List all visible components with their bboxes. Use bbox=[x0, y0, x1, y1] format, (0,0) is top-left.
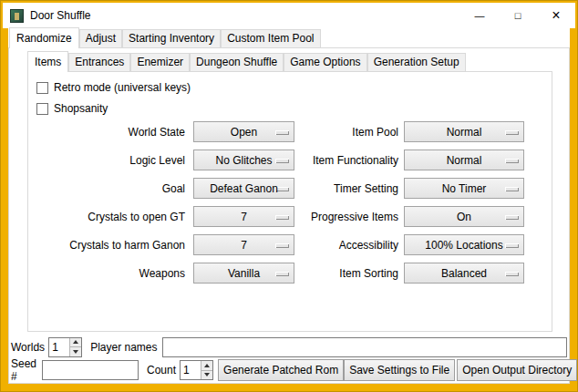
tab-generation-setup[interactable]: Generation Setup bbox=[367, 53, 466, 71]
dropdown-indicator-icon bbox=[275, 159, 289, 163]
app-window: Door Shuffle — □ × Randomize Adjust Star… bbox=[0, 0, 578, 392]
player-names-label: Player names bbox=[90, 341, 157, 354]
timer-setting-dropdown[interactable]: No Timer bbox=[404, 178, 524, 199]
tab-game-options[interactable]: Game Options bbox=[284, 53, 366, 71]
dropdown-indicator-icon bbox=[275, 243, 289, 248]
seed-row: Seed # Count Generate Patched Rom Save S… bbox=[11, 359, 567, 381]
weapons-dropdown[interactable]: Vanilla bbox=[193, 263, 294, 284]
option-row: Goal Defeat Ganon Timer Setting No Timer bbox=[28, 174, 552, 202]
crystals-harm-ganon-value: 7 bbox=[241, 239, 247, 252]
dropdown-indicator-icon bbox=[505, 130, 519, 135]
item-sorting-value: Balanced bbox=[441, 267, 487, 280]
tab-dungeon-shuffle[interactable]: Dungeon Shuffle bbox=[190, 53, 284, 71]
seed-label: Seed # bbox=[11, 357, 36, 383]
player-names-input[interactable] bbox=[162, 337, 568, 357]
tab-entrances-label: Entrances bbox=[75, 56, 124, 68]
weapons-label: Weapons bbox=[28, 267, 193, 280]
count-spin-arrows bbox=[201, 361, 212, 379]
retro-mode-checkbox[interactable] bbox=[36, 82, 48, 94]
spin-down-button[interactable] bbox=[201, 371, 212, 380]
spin-up-icon bbox=[73, 340, 78, 344]
spin-up-icon bbox=[204, 364, 210, 367]
tab-dungeon-shuffle-label: Dungeon Shuffle bbox=[196, 56, 277, 68]
options-grid: World State Open Item Pool Normal Logic … bbox=[28, 118, 552, 287]
progressive-items-value: On bbox=[457, 211, 471, 223]
inner-tab-bar: Items Entrances Enemizer Dungeon Shuffle… bbox=[27, 52, 466, 71]
tab-starting-inventory[interactable]: Starting Inventory bbox=[122, 29, 221, 47]
item-pool-label: Item Pool bbox=[294, 126, 404, 139]
goal-dropdown[interactable]: Defeat Ganon bbox=[193, 178, 294, 199]
dropdown-indicator-icon bbox=[505, 187, 519, 191]
crystals-open-gt-dropdown[interactable]: 7 bbox=[193, 206, 294, 227]
tab-adjust-label: Adjust bbox=[86, 32, 116, 45]
item-sorting-dropdown[interactable]: Balanced bbox=[404, 263, 524, 284]
maximize-button[interactable]: □ bbox=[499, 3, 537, 28]
crystals-harm-ganon-dropdown[interactable]: 7 bbox=[193, 234, 294, 255]
progressive-items-label: Progressive Items bbox=[294, 211, 404, 223]
tab-randomize[interactable]: Randomize bbox=[9, 27, 79, 48]
item-pool-dropdown[interactable]: Normal bbox=[404, 121, 524, 142]
tab-adjust[interactable]: Adjust bbox=[79, 29, 122, 47]
timer-setting-value: No Timer bbox=[442, 182, 487, 195]
close-button[interactable]: × bbox=[537, 3, 575, 28]
tab-items-label: Items bbox=[35, 56, 61, 68]
progressive-items-dropdown[interactable]: On bbox=[404, 206, 524, 227]
worlds-input[interactable] bbox=[49, 338, 69, 356]
minimize-icon: — bbox=[475, 10, 485, 21]
spin-up-button[interactable] bbox=[70, 338, 81, 348]
tab-enemizer-label: Enemizer bbox=[137, 56, 183, 68]
tab-items[interactable]: Items bbox=[27, 51, 68, 72]
logic-level-dropdown[interactable]: No Glitches bbox=[193, 150, 294, 170]
world-state-dropdown[interactable]: Open bbox=[193, 121, 294, 142]
count-input[interactable] bbox=[181, 361, 201, 379]
tab-custom-item-pool[interactable]: Custom Item Pool bbox=[221, 29, 320, 47]
count-spinbox[interactable] bbox=[180, 360, 213, 380]
logic-level-value: No Glitches bbox=[215, 154, 272, 167]
option-row: Logic Level No Glitches Item Functionali… bbox=[28, 146, 552, 174]
shopsanity-checkbox[interactable] bbox=[36, 103, 48, 115]
minimize-button[interactable]: — bbox=[460, 3, 499, 28]
shopsanity-row: Shopsanity bbox=[36, 102, 552, 115]
option-row: Crystals to open GT 7 Progressive Items … bbox=[28, 202, 552, 231]
close-icon: × bbox=[552, 7, 560, 24]
retro-mode-label: Retro mode (universal keys) bbox=[54, 81, 191, 94]
seed-input[interactable] bbox=[42, 360, 139, 380]
accessibility-label: Accessibility bbox=[294, 239, 404, 252]
app-icon bbox=[10, 9, 24, 23]
maximize-icon: □ bbox=[515, 10, 521, 21]
option-row: Crystals to harm Ganon 7 Accessibility 1… bbox=[28, 231, 552, 259]
worlds-spinbox[interactable] bbox=[48, 337, 82, 357]
dropdown-indicator-icon bbox=[275, 215, 289, 220]
retro-mode-row: Retro mode (universal keys) bbox=[36, 81, 552, 94]
tab-game-options-label: Game Options bbox=[290, 56, 360, 68]
outer-tab-bar: Randomize Adjust Starting Inventory Cust… bbox=[9, 28, 321, 47]
item-pool-value: Normal bbox=[447, 126, 482, 139]
dropdown-indicator-icon bbox=[505, 215, 519, 220]
spin-down-button[interactable] bbox=[70, 347, 81, 356]
item-functionality-dropdown[interactable]: Normal bbox=[404, 150, 524, 170]
world-state-label: World State bbox=[28, 126, 193, 139]
logic-level-label: Logic Level bbox=[28, 154, 193, 167]
worlds-row: Worlds Player names bbox=[11, 336, 567, 357]
tab-enemizer[interactable]: Enemizer bbox=[130, 53, 190, 71]
item-functionality-label: Item Functionality bbox=[294, 154, 404, 167]
dropdown-indicator-icon bbox=[275, 130, 289, 135]
item-functionality-value: Normal bbox=[447, 154, 482, 167]
generate-rom-button[interactable]: Generate Patched Rom bbox=[218, 359, 344, 381]
open-output-button[interactable]: Open Output Directory bbox=[457, 359, 577, 381]
save-settings-button[interactable]: Save Settings to File bbox=[344, 359, 455, 381]
titlebar: Door Shuffle — □ × bbox=[3, 3, 575, 28]
spin-up-button[interactable] bbox=[201, 361, 212, 371]
crystals-open-gt-label: Crystals to open GT bbox=[28, 211, 193, 223]
randomize-page: Items Entrances Enemizer Dungeon Shuffle… bbox=[8, 47, 570, 384]
option-row: Weapons Vanilla Item Sorting Balanced bbox=[28, 259, 552, 287]
goal-label: Goal bbox=[28, 182, 193, 195]
accessibility-value: 100% Locations bbox=[425, 239, 502, 252]
window-title: Door Shuffle bbox=[30, 9, 91, 22]
accessibility-dropdown[interactable]: 100% Locations bbox=[404, 234, 524, 255]
dropdown-indicator-icon bbox=[505, 243, 519, 248]
tab-entrances[interactable]: Entrances bbox=[68, 53, 130, 71]
worlds-label: Worlds bbox=[11, 341, 45, 354]
shopsanity-label: Shopsanity bbox=[54, 102, 108, 115]
tab-randomize-label: Randomize bbox=[16, 32, 72, 45]
